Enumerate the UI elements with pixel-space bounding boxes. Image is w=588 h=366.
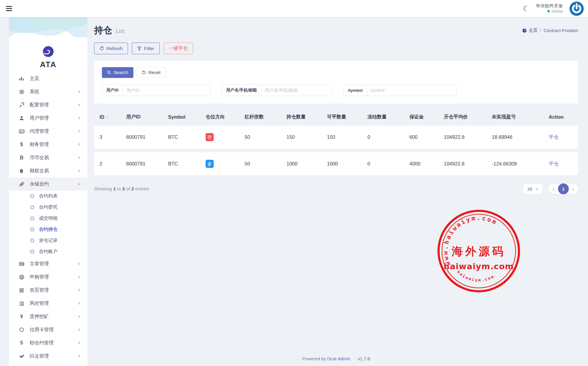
username-field-label: 用户名/手机/邮箱: [222, 85, 261, 96]
submenu-item-label: 合约账户: [39, 248, 58, 255]
submenu-item-contract-accounts[interactable]: 合约账户: [9, 246, 88, 257]
chevron-left-icon: [77, 275, 81, 279]
cell-pnl: -124.66309: [488, 152, 545, 175]
sidebar-item-credit-card[interactable]: 信用卡管理: [9, 323, 88, 336]
cell-avg-price: 104922.8: [440, 126, 488, 149]
user-name: 华兴软件开发: [536, 3, 563, 9]
wrench-icon: [19, 102, 25, 108]
sidebar-item-system[interactable]: 系统: [9, 85, 88, 98]
id-card-icon: [19, 129, 25, 134]
life-ring-icon: [19, 274, 25, 280]
submenu-item-label: 成交明细: [39, 215, 58, 222]
user-id-input[interactable]: [123, 85, 211, 96]
cell-frozen: 0: [364, 152, 406, 175]
sidebar-item-subscription[interactable]: 申购管理: [9, 270, 88, 284]
chevron-left-icon: [77, 354, 81, 358]
column-header-pnl: 未实现盈亏: [488, 110, 545, 122]
sidebar-item-risk-control[interactable]: 风控管理: [9, 297, 88, 310]
table-header-row: ID↑ 用户ID Symbol 仓位方向 杠杆倍数 持仓数量 可平数量 冻结数量…: [94, 110, 578, 122]
sidebar-item-homepage[interactable]: 首页管理: [9, 284, 88, 297]
filter-card: Search Reset 用户ID 用户名/手机/邮箱: [94, 61, 578, 104]
chevron-left-icon: [77, 103, 81, 107]
breadcrumb-divider: /: [540, 28, 541, 33]
sidebar-item-second-contract[interactable]: 5 秒合约管理: [9, 336, 88, 350]
sidebar-item-label: 质押挖矿: [30, 314, 49, 320]
search-button[interactable]: Search: [102, 67, 133, 78]
stamp-arc-top-text: www.haiwaiym.com: [442, 214, 499, 267]
column-header-id[interactable]: ID↑: [94, 110, 123, 122]
cell-margin: 4000: [406, 152, 440, 175]
sidebar-item-label: 永续合约: [30, 181, 49, 187]
filter-button[interactable]: Filter: [132, 43, 159, 54]
circle-bullet-icon: [30, 216, 34, 220]
close-position-link[interactable]: 平仓: [549, 134, 559, 140]
refresh-button[interactable]: Refresh: [94, 43, 128, 54]
hamburger-menu-icon[interactable]: [6, 6, 14, 11]
cell-user-id: 6000791: [123, 126, 165, 149]
brand-logo[interactable]: ATA: [9, 46, 88, 69]
sidebar-item-label: 配置管理: [30, 102, 49, 108]
breadcrumb: 主页 / Contract-Position: [522, 28, 578, 33]
cell-avg-price: 104922.8: [440, 152, 488, 175]
current-page-button[interactable]: 1: [558, 183, 569, 194]
prev-page-button[interactable]: ‹: [551, 186, 556, 192]
dark-mode-toggle-moon-icon[interactable]: ☾: [523, 5, 529, 12]
dcat-admin-link[interactable]: Dcat Admin: [327, 356, 350, 361]
online-dot-icon: [547, 10, 550, 13]
sidebar-item-agents[interactable]: 代理管理: [9, 125, 88, 138]
breadcrumb-home[interactable]: 主页: [522, 28, 538, 33]
column-header-action: Action: [545, 110, 578, 122]
column-header-amount: 持仓数量: [283, 110, 323, 122]
cell-id: 3: [94, 126, 123, 149]
sidebar-menu: 主页 系统 配置管理: [9, 72, 88, 363]
sidebar-item-staking-mining[interactable]: ¥ 质押挖矿: [9, 310, 88, 323]
submenu-item-liquidation-records[interactable]: 穿仓记录: [9, 235, 88, 246]
dashboard-icon: [522, 28, 527, 33]
direction-long-badge: 多: [206, 160, 214, 168]
brand-logo-icon: [42, 46, 54, 58]
close-position-link[interactable]: 平仓: [549, 161, 559, 166]
direction-short-badge: 空: [206, 133, 214, 141]
sidebar-item-finance[interactable]: $ 财务管理: [9, 138, 88, 151]
reset-button[interactable]: Reset: [136, 67, 166, 78]
column-header-direction: 仓位方向: [202, 110, 241, 122]
chevron-left-icon: [77, 169, 81, 173]
sidebar-item-label: 信用卡管理: [30, 327, 54, 333]
sidebar-item-home[interactable]: 主页: [9, 72, 88, 85]
toolbar: Refresh Filter 一键平仓: [94, 43, 578, 54]
chevron-left-icon: [77, 116, 81, 120]
five-icon: 5: [19, 340, 25, 346]
pagination: ‹ 1 ›: [548, 184, 578, 194]
sidebar-item-label: 首页管理: [30, 287, 49, 293]
next-page-button[interactable]: ›: [571, 186, 575, 192]
cell-id: 2: [94, 152, 123, 175]
sidebar-item-articles[interactable]: 文章管理: [9, 257, 88, 270]
per-page-select[interactable]: 20: [523, 184, 542, 194]
power-icon: [569, 1, 584, 16]
sidebar-item-flash-exchange[interactable]: 闪兑管理: [9, 350, 88, 363]
cell-leverage: 50: [241, 126, 283, 149]
submenu-item-trade-details[interactable]: 成交明细: [9, 213, 88, 224]
sidebar-item-users[interactable]: 用户管理: [9, 112, 88, 125]
refresh-icon: [99, 46, 104, 51]
dog-icon: [19, 353, 25, 359]
circle-bullet-icon: [30, 239, 34, 243]
list-icon: [19, 287, 25, 293]
user-avatar[interactable]: [569, 1, 584, 16]
sidebar-item-perpetual-contracts[interactable]: 永续合约: [9, 177, 88, 191]
table-row: 3 6000791 BTC 空 50 150 150 0 600 104922.…: [94, 126, 578, 149]
chevron-left-icon: [77, 129, 81, 133]
username-input[interactable]: [261, 85, 332, 96]
wave-decoration: [9, 17, 88, 50]
close-all-positions-button[interactable]: 一键平仓: [164, 43, 193, 54]
symbol-input[interactable]: [367, 85, 457, 96]
sidebar-item-spot-trade[interactable]: B 币币交易: [9, 151, 88, 164]
submenu-item-contract-list[interactable]: 合约列表: [9, 191, 88, 202]
sidebar-item-options-trade[interactable]: ฿ 期权交易: [9, 164, 88, 177]
sidebar-item-config[interactable]: 配置管理: [9, 98, 88, 112]
chart-bar-icon: [19, 76, 25, 81]
stamp-arc-bottom-text: haiwaiym.com: [456, 269, 495, 282]
submenu-item-contract-orders[interactable]: 合约委托: [9, 202, 88, 213]
submenu-item-contract-positions[interactable]: 合约持仓: [9, 224, 88, 235]
sidebar-item-label: 文章管理: [30, 261, 49, 267]
